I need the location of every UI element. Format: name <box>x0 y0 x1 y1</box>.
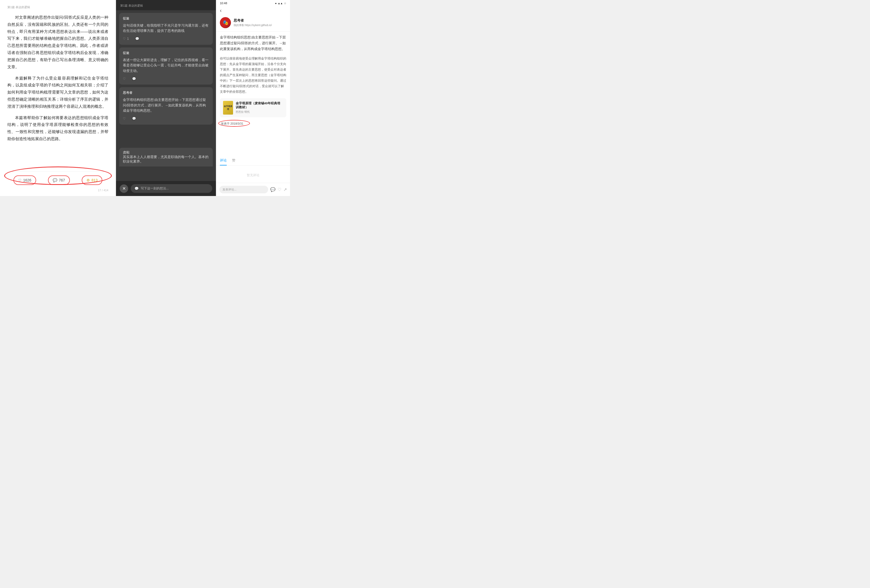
wifi-icon: ☆ <box>284 2 286 5</box>
comment-input-placeholder: 发表评论... <box>222 188 237 191</box>
card-3-heart-icon: ♡ <box>123 116 126 122</box>
book-cover-text: 金字塔原理 <box>223 105 233 111</box>
right-panel: 10:48 ● ▲▲ ☆ ‹ 🎭 思考者 我的博客:https://sykent… <box>216 0 290 196</box>
share-count: 813 <box>91 178 98 182</box>
left-header: 第1篇 表达的逻辑 <box>7 5 108 9</box>
back-button[interactable]: ‹ <box>220 7 222 13</box>
mid-input-placeholder: 写下这一刻的想法... <box>141 186 169 191</box>
action-bar: 1626 💬 767 ⚙ 813 <box>7 171 108 187</box>
book-info: 金字塔原理（麦肯锡40年经典培训教材） 芭芭拉·明托 <box>236 101 283 114</box>
card-2-heart-icon: ♡ <box>123 76 126 82</box>
share-icon: ⚙ <box>86 178 90 182</box>
card-2-like-button[interactable]: ♡ <box>123 76 126 82</box>
comment-card-3: 思考者 金字塔结构组织思想:由主要思想开始→下层思想通过疑问/回答的方式，进行展… <box>119 87 213 124</box>
card-1-comment-button[interactable]: 💬 <box>135 36 139 42</box>
publish-date-container: 发表于 2018/3/31 <box>220 121 244 126</box>
like-button[interactable]: 1626 <box>13 175 36 185</box>
like-count: 1626 <box>23 178 31 182</box>
user-profile: 🎭 思考者 我的博客:https://sykent.github.io/ <box>216 16 290 32</box>
card-2-actions: ♡ 💬 <box>123 76 209 82</box>
card-2-comment-button[interactable]: 💬 <box>132 76 136 82</box>
comment-icon: 💬 <box>53 178 57 182</box>
comment-send-icon[interactable]: 💬 <box>270 187 276 192</box>
heart-icon <box>18 178 22 182</box>
partial-card: 龚毅 其实基本上人人都需要，尤其是职场的每一个人。基本的职业化素养。 <box>119 148 213 166</box>
card-2-comment-icon: 💬 <box>132 76 136 82</box>
card-1-user: 征途 <box>123 16 209 21</box>
article-detail: 你可以很容易地使受众理解用金字塔结构组织的思想：先从金字塔的最顶端开始，沿各个分… <box>220 56 286 95</box>
card-1-text: 这句话很关键，给我指明了不光只是学习沟通方面，还有在生活处理琐事方面，提供了思考… <box>123 23 209 34</box>
partial-card-text: 其实基本上人人都需要，尤其是职场的每一个人。基本的职业化素养。 <box>123 155 209 164</box>
comment-card-1: 征途 这句话很关键，给我指明了不光只是学习沟通方面，还有在生活处理琐事方面，提供… <box>119 13 213 45</box>
card-3-like-button[interactable]: ♡ <box>123 116 126 122</box>
user-url: 我的博客:https://sykent.github.io/ <box>234 24 272 27</box>
share-out-icon[interactable]: ↗ <box>283 187 287 192</box>
card-3-comment-icon: 💬 <box>132 116 136 122</box>
status-bar: 10:48 ● ▲▲ ☆ <box>216 0 290 6</box>
battery-icon: ● <box>275 2 277 5</box>
card-1-heart-icon: ♡ <box>123 36 126 42</box>
signal-icon: ▲▲ <box>278 2 283 5</box>
mid-comment-input[interactable]: 💬 写下这一刻的想法... <box>131 184 212 193</box>
mid-footer: ✕ 💬 写下这一刻的想法... <box>116 181 216 196</box>
book-cover: 金字塔原理 <box>223 101 233 114</box>
card-1-actions: ♡ 1 💬 <box>123 36 209 42</box>
status-icons: ● ▲▲ ☆ <box>275 2 286 5</box>
left-para-3: 本篇将帮助你了解如何将要表达的思想组织成金字塔结构，说明了使用金字塔原理能够检查… <box>7 114 108 143</box>
close-icon: ✕ <box>122 186 126 191</box>
share-button[interactable]: ⚙ 813 <box>82 175 102 185</box>
card-3-comment-button[interactable]: 💬 <box>132 116 136 122</box>
right-tabs: 评论 赞 <box>216 158 290 166</box>
mid-header: 第1篇 表达的逻辑 <box>116 0 216 10</box>
avatar: 🎭 <box>220 17 231 28</box>
mid-panel: 第1篇 表达的逻辑 对文章阐述的思想作出疑问/回答式反应是人类的一种自然反应，没… <box>116 0 216 196</box>
comment-button[interactable]: 💬 767 <box>48 175 70 185</box>
right-input-row: 发表评论... 💬 ♡ ↗ <box>216 183 290 196</box>
user-info: 思考者 我的博客:https://sykent.github.io/ <box>234 18 272 27</box>
left-panel: 第1篇 表达的逻辑 对文章阐述的思想作出疑问/回答式反应是人类的一种自然反应，没… <box>0 0 116 196</box>
book-card[interactable]: 金字塔原理 金字塔原理（麦肯锡40年经典培训教材） 芭芭拉·明托 <box>220 98 286 117</box>
comment-input[interactable]: 发表评论... <box>219 186 268 193</box>
card-3-user: 思考者 <box>123 91 209 96</box>
status-time: 10:48 <box>220 1 227 5</box>
user-name: 思考者 <box>234 18 272 23</box>
close-button[interactable]: ✕ <box>120 184 128 193</box>
card-1-like-count: 1 <box>127 36 129 42</box>
right-content: 金字塔结构组织思想:由主要思想开始→下层思想通过疑问/回答的方式，进行展开。→如… <box>216 32 290 158</box>
card-1-comment-icon: 💬 <box>135 36 139 42</box>
partial-card-user: 龚毅 <box>123 150 209 155</box>
card-2-user: 征途 <box>123 50 209 56</box>
no-comment-text: 暂无评论 <box>216 168 290 183</box>
book-title: 金字塔原理（麦肯锡40年经典培训教材） <box>236 101 283 109</box>
book-author: 芭芭拉·明托 <box>236 110 283 114</box>
left-para-2: 本篇解释了为什么受众最容易理解和记住金字塔结构，以及组成金字塔的子结构之间如何互… <box>7 75 108 110</box>
chat-bubble-icon: 💬 <box>134 187 139 190</box>
card-1-like-button[interactable]: ♡ 1 <box>123 36 129 42</box>
comment-card-2: 征途 表述一些让大家听进去，理解了，记住的东西很难，看一看是否能够让受众心头一震… <box>119 48 213 85</box>
left-content: 对文章阐述的思想作出疑问/回答式反应是人类的一种自然反应，没有国籍和民族的区别。… <box>7 14 108 169</box>
publish-date: 发表于 2018/3/31 <box>220 122 244 126</box>
tab-likes[interactable]: 赞 <box>232 158 235 165</box>
left-para-1: 对文章阐述的思想作出疑问/回答式反应是人类的一种自然反应，没有国籍和民族的区别。… <box>7 14 108 71</box>
tab-comments[interactable]: 评论 <box>220 158 227 165</box>
page-number: 17 / 414 <box>7 189 108 192</box>
comment-count: 767 <box>59 178 65 182</box>
card-3-text: 金字塔结构组织思想:由主要思想开始→下层思想通过疑问/回答的方式，进行展开。→如… <box>123 97 209 114</box>
card-3-actions: ♡ 💬 <box>123 116 209 122</box>
card-2-text: 表述一些让大家听进去，理解了，记住的东西很难，看一看是否能够让受众心头一震，引起… <box>123 58 209 74</box>
avatar-image: 🎭 <box>220 17 231 28</box>
article-summary: 金字塔结构组织思想:由主要思想开始→下层思想通过疑问/回答的方式，进行展开。→如… <box>220 35 286 52</box>
like-icon[interactable]: ♡ <box>278 187 281 192</box>
right-nav: ‹ <box>216 6 290 16</box>
mid-body: 对文章阐述的思想作出疑问/回答式反应是人类的一种自然反应，没有国籍和民族的区别。… <box>116 10 216 181</box>
